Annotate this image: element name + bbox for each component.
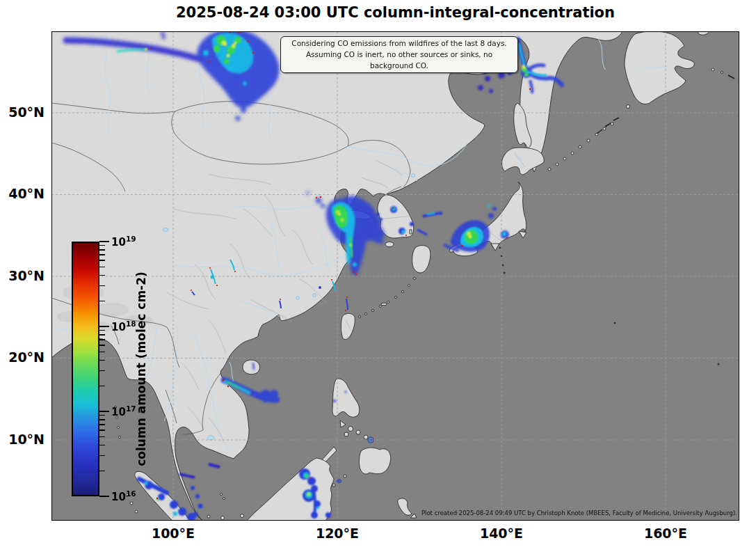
annotation-line-1: Considering CO emissions from wildfires … (284, 38, 515, 49)
colorbar-major-tick (99, 326, 109, 327)
lon-label-160e: 160°E (624, 526, 707, 541)
credit-text: Plot created 2025-08-24 09:49 UTC by Chr… (421, 510, 737, 516)
colorbar-tick-1e17: 1017 (111, 404, 136, 418)
jeju-island (385, 242, 394, 247)
colorbar-tick-1e18: 1018 (111, 320, 136, 333)
lat-label-40n: 40°N (0, 186, 45, 201)
colorbar-gradient (72, 242, 99, 496)
colorbar-major-tick (99, 241, 109, 242)
annotation-line-2: Assuming CO is inert, no other sources o… (284, 49, 515, 72)
lat-label-10n: 10°N (0, 432, 45, 447)
hainan (243, 360, 260, 374)
annotation-box: Considering CO emissions from wildfires … (280, 36, 518, 73)
lat-label-50n: 50°N (0, 104, 45, 120)
colorbar-tick-1e19: 1019 (111, 235, 136, 249)
lat-label-20n: 20°N (0, 349, 45, 365)
colorbar-axis-label: column amount (molec cm-2) (134, 237, 148, 501)
map-plot (0, 0, 756, 552)
mindanao (359, 448, 390, 474)
colorbar-major-tick (99, 496, 109, 497)
colorbar-tick-1e16: 1016 (111, 489, 136, 503)
lon-label-120e: 120°E (296, 526, 379, 541)
lon-label-140e: 140°E (460, 526, 543, 541)
lat-label-30n: 30°N (0, 268, 45, 283)
lon-label-100e: 100°E (131, 526, 215, 541)
colorbar-major-tick (99, 411, 109, 412)
plot-title: 2025-08-24 03:00 UTC column-integral-con… (51, 4, 739, 21)
figure-canvas: 2025-08-24 03:00 UTC column-integral-con… (0, 0, 756, 552)
